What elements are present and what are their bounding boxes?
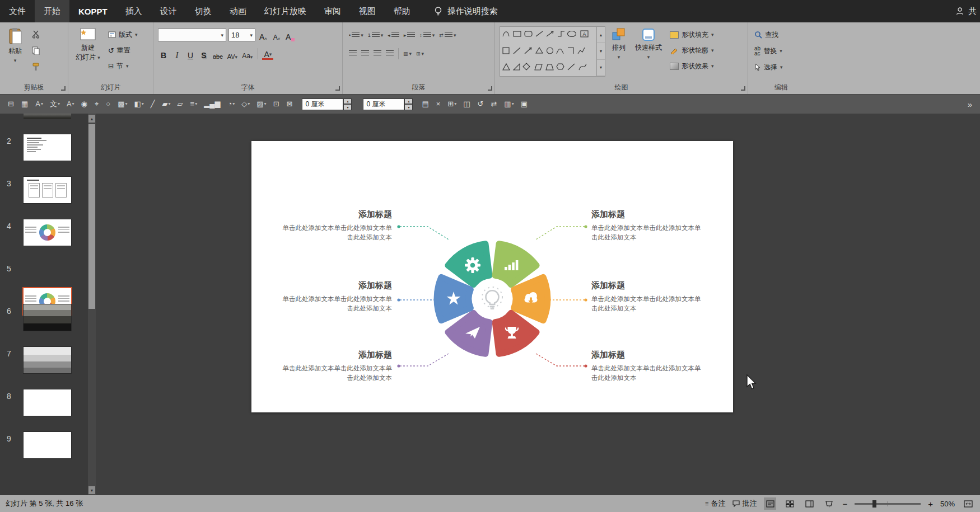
toolbar2-icon[interactable]: ▂▄▆ [202,98,223,110]
toolbar2-icon[interactable]: ▩▾ [115,98,129,110]
drawing-dialog-launcher[interactable] [741,86,745,91]
toolbar2-icon[interactable]: ▦ [19,98,31,110]
replace-button[interactable]: abac 替换▾ [753,44,785,58]
character-spacing-button[interactable]: AV▾ [226,48,239,60]
spin-down-icon[interactable]: ▾ [343,104,352,110]
toolbar2-icon[interactable]: ≡▾ [188,98,200,110]
clear-formatting-button[interactable]: A [284,29,296,41]
shapes-more[interactable]: ▾ [597,60,605,76]
tab-insert[interactable]: 插入 [116,0,151,22]
text-block[interactable]: 添加标题 单击此处添加文本单击此处添加文本单击此处添加文本 [591,350,703,383]
thumbnail-slide-8[interactable] [24,389,71,416]
bullets-button[interactable]: •▾ [347,30,365,41]
columns-button[interactable]: ▥▾ [402,48,413,59]
tab-home[interactable]: 开始 [35,0,69,22]
zoom-out-button[interactable]: − [842,499,847,509]
shapes-scroll-down[interactable]: ▾ [597,43,605,59]
thumbnail-slide-7[interactable] [24,347,71,373]
toolbar2-icon[interactable]: ◧▾ [132,98,146,110]
block-body[interactable]: 单击此处添加文本单击此处添加文本单击此处添加文本 [591,223,703,242]
reset-button[interactable]: ↺ 重置 [106,44,139,57]
comments-button[interactable]: 批注 [732,499,757,509]
toolbar2-icon[interactable]: ○ [104,98,113,110]
text-block[interactable]: 添加标题 单击此处添加文本单击此处添加文本单击此处添加文本 [591,209,703,242]
clipboard-dialog-launcher[interactable] [61,86,66,91]
toolbar2-icon[interactable]: ◉ [79,98,90,110]
tab-help[interactable]: 帮助 [385,0,419,22]
select-button[interactable]: 选择▾ [753,60,785,74]
notes-button[interactable]: ≡ 备注 [705,499,725,509]
toolbar2-icon[interactable]: ⇄ [488,98,500,110]
tell-me-search[interactable]: 操作说明搜索 [434,0,498,22]
decrease-indent-button[interactable]: ◂ [386,30,401,41]
shape-fill-button[interactable]: 形状填充▾ [668,28,716,41]
tab-koppt[interactable]: KOPPT [69,0,116,22]
block-body[interactable]: 单击此处添加文本单击此处添加文本单击此处添加文本 [280,364,392,383]
align-center-button[interactable] [360,48,371,59]
toolbar2-icon[interactable]: ⊞▾ [445,98,459,110]
paragraph-dialog-launcher[interactable] [488,86,492,91]
shapes-scroll-up[interactable]: ▴ [597,27,605,43]
cut-button[interactable] [29,28,43,40]
shape-outline-button[interactable]: 形状轮廓▾ [668,44,716,57]
bold-button[interactable]: B [158,48,169,60]
reading-view-button[interactable] [803,497,815,510]
font-name-combo[interactable]: ▾ [158,29,226,41]
share-button[interactable]: 共 [955,0,980,22]
shrink-font-button[interactable]: A˅ [271,29,282,41]
block-title[interactable]: 添加标题 [591,209,703,220]
text-direction-button[interactable]: ⇄▾ [437,30,458,41]
tab-review[interactable]: 审阅 [315,0,350,22]
toolbar2-icon[interactable]: ▨▾ [254,98,268,110]
paste-button[interactable]: 粘贴 ▾ [4,26,26,65]
thumbnail-scrollbar[interactable]: ▲ ▼ [88,114,96,495]
block-body[interactable]: 单击此处添加文本单击此处添加文本单击此处添加文本 [591,364,703,383]
block-title[interactable]: 添加标题 [280,350,392,360]
toolbar2-icon[interactable]: ▰▾ [160,98,173,110]
toolbar2-icon[interactable]: A▾ [33,98,45,110]
text-block[interactable]: 添加标题 单击此处添加文本单击此处添加文本单击此处添加文本 [280,350,392,383]
grow-font-button[interactable]: A˄ [258,29,269,41]
scroll-up-button[interactable]: ▲ [88,115,95,123]
spin-up-icon[interactable]: ▴ [343,98,352,105]
spin-down-icon[interactable]: ▾ [404,104,413,110]
block-title[interactable]: 添加标题 [280,280,392,291]
copy-button[interactable] [29,44,43,57]
align-left-button[interactable] [347,48,358,59]
thumbnail-slide-4[interactable] [24,219,71,246]
shape-effects-button[interactable]: 形状效果▾ [668,59,716,73]
toolbar2-icon[interactable]: ⌖ [92,98,101,110]
toolbar2-icon[interactable]: × [434,98,444,110]
scroll-down-button[interactable]: ▼ [88,486,95,494]
text-shadow-button[interactable]: S [198,48,209,60]
paste-dropdown[interactable]: ▾ [14,57,17,64]
thumbnail-slide-6[interactable] [24,304,71,331]
toolbar2-icon[interactable]: ╱ [148,98,158,110]
toolbar2-icon[interactable]: ▥▾ [502,98,516,110]
toolbar2-icon[interactable]: ⊠ [284,98,296,110]
width-spinner-1[interactable]: ▴▾ [302,98,352,110]
slide-canvas[interactable]: 添加标题 单击此处添加文本单击此处添加文本单击此处添加文本 添加标题 单击此处添… [96,114,980,495]
zoom-slider[interactable] [855,503,921,505]
width-input-1[interactable] [302,98,343,110]
toolbar2-icon[interactable]: ◔▾ [225,98,237,110]
numbering-button[interactable]: 1▾ [366,30,385,41]
toolbar2-icon[interactable]: ▱ [175,98,186,110]
layout-button[interactable]: 版式▾ [106,28,139,41]
underline-button[interactable]: U [185,48,196,60]
zoom-in-button[interactable]: + [928,499,933,509]
find-button[interactable]: 查找 [753,28,785,41]
spin-up-icon[interactable]: ▴ [404,98,413,105]
toolbar2-icon[interactable]: ◇▾ [239,98,252,110]
fit-to-window-button[interactable] [962,497,974,510]
font-color-button[interactable]: A▾ [262,48,273,60]
width-spinner-2[interactable]: ▴▾ [363,98,413,110]
tab-animations[interactable]: 动画 [221,0,255,22]
toolbar-overflow-button[interactable]: » [968,100,974,109]
thumbnail-slide-2[interactable] [24,134,71,161]
toolbar2-icon[interactable]: ▣ [519,98,530,110]
shapes-gallery[interactable]: A [500,26,605,77]
block-title[interactable]: 添加标题 [280,209,392,220]
block-title[interactable]: 添加标题 [591,280,703,291]
align-right-button[interactable] [372,48,383,59]
